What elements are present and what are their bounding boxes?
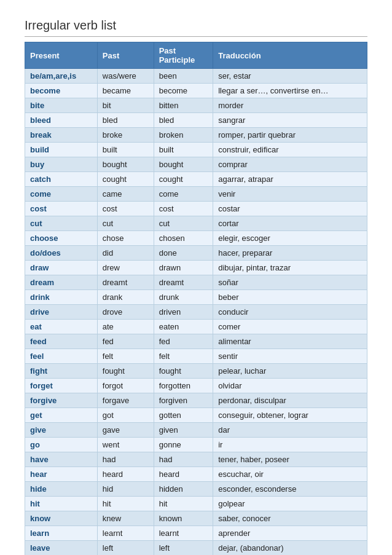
table-cell: conseguir, obtener, lograr: [213, 408, 367, 423]
table-row: getgotgottenconseguir, obtener, lograr: [25, 408, 367, 423]
table-cell: get: [25, 408, 98, 423]
table-row: hithithitgolpear: [25, 497, 367, 511]
table-row: be/am,are,iswas/werebeenser, estar: [25, 69, 367, 84]
table-row: breakbrokebrokenromper, partir quebrar: [25, 128, 367, 143]
table-cell: eaten: [154, 320, 213, 334]
table-cell: saber, conocer: [213, 511, 367, 526]
table-cell: esconder, esconderse: [213, 482, 367, 497]
table-cell: chosen: [154, 231, 213, 246]
table-header-row: Present Past PastParticiple Traducción: [25, 42, 367, 69]
table-cell: morder: [213, 98, 367, 113]
table-cell: came: [97, 187, 154, 202]
table-cell: cost: [97, 202, 154, 216]
table-cell: bleed: [25, 113, 98, 128]
table-row: buyboughtboughtcomprar: [25, 157, 367, 172]
table-cell: chose: [97, 231, 154, 246]
table-row: do/doesdiddonehacer, preparar: [25, 246, 367, 261]
table-cell: become: [154, 84, 213, 98]
table-cell: built: [97, 143, 154, 157]
table-cell: drink: [25, 290, 98, 305]
table-cell: be/am,are,is: [25, 69, 98, 84]
table-cell: go: [25, 438, 98, 452]
table-cell: llegar a ser…, convertirse en…: [213, 84, 367, 98]
table-cell: fought: [97, 364, 154, 379]
table-cell: leave: [25, 541, 98, 556]
table-cell: aprender: [213, 526, 367, 541]
table-cell: cut: [25, 216, 98, 231]
table-cell: bought: [97, 157, 154, 172]
table-cell: fed: [97, 334, 154, 349]
table-cell: bit: [97, 98, 154, 113]
table-row: knowknewknownsaber, conocer: [25, 511, 367, 526]
table-cell: given: [154, 423, 213, 438]
table-cell: hidden: [154, 482, 213, 497]
table-row: forgetforgotforgottenolvidar: [25, 379, 367, 393]
table-row: choosechosechosenelegir, escoger: [25, 231, 367, 246]
table-cell: elegir, escoger: [213, 231, 367, 246]
table-cell: sangrar: [213, 113, 367, 128]
table-row: hidehidhiddenesconder, esconderse: [25, 482, 367, 497]
col-traduccion: Traducción: [213, 42, 367, 69]
table-cell: alimentar: [213, 334, 367, 349]
table-cell: gave: [97, 423, 154, 438]
table-cell: dar: [213, 423, 367, 438]
table-cell: soñar: [213, 275, 367, 290]
table-cell: ate: [97, 320, 154, 334]
table-cell: heard: [97, 467, 154, 482]
table-cell: drunk: [154, 290, 213, 305]
table-cell: heard: [154, 467, 213, 482]
table-cell: drove: [97, 305, 154, 320]
table-cell: driven: [154, 305, 213, 320]
table-cell: beber: [213, 290, 367, 305]
table-cell: fed: [154, 334, 213, 349]
table-row: hearheardheardescuchar, oir: [25, 467, 367, 482]
table-cell: dreamt: [154, 275, 213, 290]
table-cell: tener, haber, poseer: [213, 452, 367, 467]
table-cell: became: [97, 84, 154, 98]
table-cell: done: [154, 246, 213, 261]
table-cell: comer: [213, 320, 367, 334]
table-cell: romper, partir quebrar: [213, 128, 367, 143]
table-cell: costar: [213, 202, 367, 216]
table-cell: cortar: [213, 216, 367, 231]
table-cell: come: [154, 187, 213, 202]
table-row: comecamecomevenir: [25, 187, 367, 202]
table-cell: bitten: [154, 98, 213, 113]
page-title: Irregular verb list: [25, 18, 367, 37]
table-cell: drive: [25, 305, 98, 320]
table-cell: hear: [25, 467, 98, 482]
table-cell: conducir: [213, 305, 367, 320]
table-cell: venir: [213, 187, 367, 202]
table-cell: know: [25, 511, 98, 526]
table-cell: got: [97, 408, 154, 423]
table-cell: broke: [97, 128, 154, 143]
table-cell: had: [154, 452, 213, 467]
table-cell: bled: [97, 113, 154, 128]
table-cell: felt: [154, 349, 213, 364]
table-cell: drank: [97, 290, 154, 305]
table-cell: draw: [25, 261, 98, 275]
table-row: cutcutcutcortar: [25, 216, 367, 231]
table-cell: construir, edificar: [213, 143, 367, 157]
table-cell: comprar: [213, 157, 367, 172]
table-row: drinkdrankdrunkbeber: [25, 290, 367, 305]
table-row: learnlearntlearntaprender: [25, 526, 367, 541]
table-row: feedfedfedalimentar: [25, 334, 367, 349]
table-cell: cought: [97, 172, 154, 187]
table-cell: bought: [154, 157, 213, 172]
table-cell: agarrar, atrapar: [213, 172, 367, 187]
table-cell: escuchar, oir: [213, 467, 367, 482]
table-cell: forget: [25, 379, 98, 393]
verb-table: Present Past PastParticiple Traducción b…: [25, 42, 367, 555]
table-cell: left: [154, 541, 213, 556]
table-cell: pelear, luchar: [213, 364, 367, 379]
table-row: costcostcostcostar: [25, 202, 367, 216]
table-cell: dibujar, pintar, trazar: [213, 261, 367, 275]
table-row: fightfoughtfoughtpelear, luchar: [25, 364, 367, 379]
table-cell: been: [154, 69, 213, 84]
table-cell: fight: [25, 364, 98, 379]
col-present: Present: [25, 42, 98, 69]
table-row: bitebitbittenmorder: [25, 98, 367, 113]
table-cell: forgotten: [154, 379, 213, 393]
table-cell: cost: [25, 202, 98, 216]
